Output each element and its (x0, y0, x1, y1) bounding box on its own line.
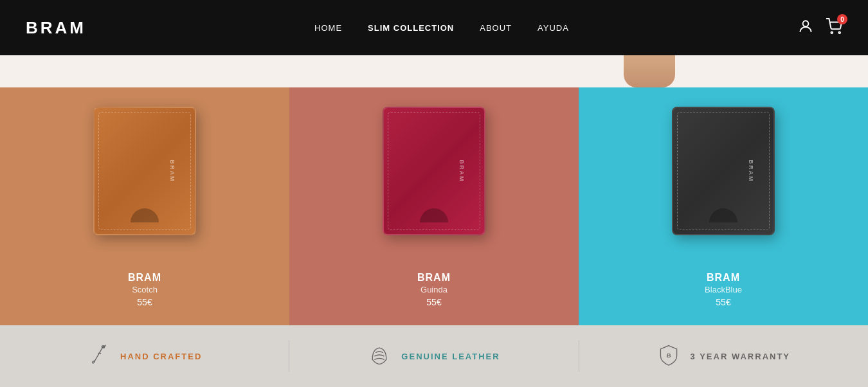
feature-handcrafted: HAND CRAFTED (0, 343, 289, 370)
hero-hand-image (624, 55, 675, 87)
product-card-guinda[interactable]: BRAM Guinda 55€ (289, 87, 579, 325)
nav-home[interactable]: HOME (314, 23, 342, 33)
product-brand-scotch: BRAM (128, 272, 161, 284)
wallet-image-blackblue (672, 107, 775, 235)
nav-about[interactable]: ABOUT (480, 23, 512, 33)
warranty-label: 3 YEAR WARRANTY (691, 352, 790, 361)
svg-point-1 (831, 32, 833, 33)
product-price-scotch: 55€ (128, 297, 161, 307)
product-info-scotch: BRAM Scotch 55€ (128, 272, 161, 307)
wallet-image-guinda (383, 107, 485, 235)
product-brand-blackblue: BRAM (705, 272, 742, 284)
svg-point-2 (838, 32, 840, 33)
product-price-blackblue: 55€ (705, 297, 742, 307)
nav-ayuda[interactable]: AYUDA (538, 23, 569, 33)
brand-logo[interactable]: BRAM (26, 18, 86, 38)
cart-icon[interactable]: 0 (826, 18, 842, 37)
wallet-red (383, 107, 485, 235)
product-card-scotch[interactable]: BRAM Scotch 55€ (0, 87, 289, 325)
user-account-icon[interactable] (797, 18, 814, 37)
navbar-icons: 0 (797, 18, 842, 37)
product-info-guinda: BRAM Guinda 55€ (417, 272, 451, 307)
feature-warranty: B 3 YEAR WARRANTY (579, 343, 868, 370)
wallet-tan (93, 107, 196, 235)
wallet-dark (672, 107, 775, 235)
product-price-guinda: 55€ (417, 297, 451, 307)
cart-badge: 0 (837, 14, 847, 24)
product-info-blackblue: BRAM BlackBlue 55€ (705, 272, 742, 307)
warranty-badge-icon: B (657, 343, 680, 370)
nav-slim-collection[interactable]: SLIM COLLECTION (368, 23, 454, 33)
hero-top-strip (0, 55, 868, 87)
features-bar: HAND CRAFTED GENUINE LEATHER B 3 YEAR WA… (0, 325, 868, 387)
handcrafted-label: HAND CRAFTED (120, 352, 202, 361)
feature-leather: GENUINE LEATHER (289, 343, 578, 370)
product-card-blackblue[interactable]: BRAM BlackBlue 55€ (579, 87, 868, 325)
nav-links: HOME SLIM COLLECTION ABOUT AYUDA (314, 23, 569, 33)
wallet-image-scotch (93, 107, 196, 235)
product-brand-guinda: BRAM (417, 272, 451, 284)
svg-text:B: B (666, 351, 671, 358)
navbar: BRAM HOME SLIM COLLECTION ABOUT AYUDA 0 (0, 0, 868, 55)
svg-point-0 (803, 21, 809, 26)
needle-icon (87, 343, 110, 370)
product-name-scotch: Scotch (128, 285, 161, 294)
leather-label: GENUINE LEATHER (401, 352, 500, 361)
product-grid: BRAM Scotch 55€ BRAM Guinda 55€ BRAM Bla… (0, 87, 868, 325)
leather-icon (368, 343, 391, 370)
product-name-blackblue: BlackBlue (705, 285, 742, 294)
product-name-guinda: Guinda (417, 285, 451, 294)
